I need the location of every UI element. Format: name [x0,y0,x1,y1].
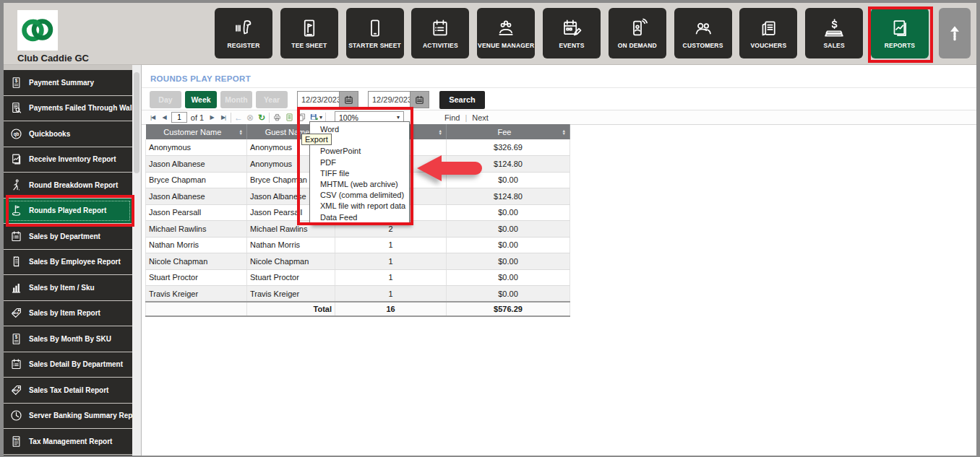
next-link[interactable]: Next [472,113,489,122]
chevron-down-icon [397,114,400,121]
export-menu-item[interactable]: PowerPoint [310,146,409,157]
sidebar-item-icon [9,178,23,192]
sidebar-item-icon [9,152,23,166]
total-empty-cell [146,302,247,316]
cell-customer-name: Jason Albanese [146,156,247,173]
sidebar-report-item[interactable]: Sales By Employee Report [4,250,132,275]
sidebar-report-item[interactable]: Sales By Month By SKU [4,326,132,352]
print-layout-icon[interactable] [285,113,294,122]
table-row: Stuart Proctor Stuart Proctor 1 $0.00 [146,269,570,286]
column-header-label: Customer Name [163,128,221,136]
toolbar-divider [269,113,270,123]
module-button[interactable]: TEE SHEET [280,8,338,58]
sidebar-report-item[interactable]: Payments Failed Through Wallet [4,96,132,121]
page-title: ROUNDS PLAY REPORT [150,74,251,83]
date-from-input[interactable] [297,91,339,108]
sidebar-report-item[interactable]: Sales Tax Detail Report [4,378,132,403]
module-button[interactable]: REGISTER [215,8,272,58]
column-header[interactable]: Customer Name [146,124,247,139]
sort-icon[interactable] [239,129,243,135]
module-label: ACTIVITIES [423,42,458,49]
module-button[interactable]: EVENTS [543,8,601,58]
sidebar-report-item[interactable]: Sales by Item Report [4,301,132,326]
filter-bar: DayWeekMonthYear [150,90,485,109]
total-rounds-value: 16 [335,302,447,316]
sidebar-item-icon [9,101,23,115]
report-content: ROUNDS PLAY REPORT DayWeekMonthYear [141,65,976,456]
find-controls: Find | Next [444,113,489,122]
total-fee-value: $576.29 [447,302,570,316]
sidebar-report-item[interactable]: Sales Detail By Department [4,352,132,378]
collapse-toolbar-button[interactable] [939,8,971,58]
sidebar-report-item[interactable]: Round Breakdown Report [4,173,132,198]
cell-customer-name: Jason Pearsall [146,204,247,221]
module-button[interactable]: VENUE MANAGER [477,8,535,58]
period-button[interactable]: Week [185,91,217,108]
module-button[interactable]: SALES [805,8,863,58]
next-page-icon[interactable] [207,114,216,121]
search-button[interactable]: Search [439,91,485,109]
cell-fee: $124.80 [447,156,570,173]
module-button[interactable]: ON DEMAND [609,8,666,58]
stop-icon[interactable] [246,113,254,123]
sidebar-scrollbar[interactable] [132,65,141,456]
date-to-calendar-button[interactable] [410,91,429,108]
table-row: Nicole Chapman Nicole Chapman 1 $0.00 [146,253,570,270]
module-button[interactable]: STARTER SHEET [346,8,404,58]
print-icon[interactable] [272,113,282,122]
cell-customer-name: Anonymous [146,139,247,156]
export-menu-item[interactable]: XML file with report data [310,201,409,212]
period-button[interactable]: Day [150,91,181,108]
app-window: Club Caddie GC REGISTER TEE SHEET STARTE… [4,3,976,456]
export-menu-item[interactable]: Data Feed [310,212,409,223]
cell-fee: $0.00 [447,204,570,221]
refresh-icon[interactable] [257,113,266,123]
back-icon[interactable] [234,113,243,123]
cell-total-rounds: 1 [335,237,447,253]
page-setup-icon[interactable] [297,113,306,122]
period-button[interactable]: Month [220,91,252,108]
sidebar-scrollbar-thumb[interactable] [134,72,139,173]
date-from-calendar-button[interactable] [339,91,358,108]
top-bar: Club Caddie GC REGISTER TEE SHEET STARTE… [4,3,976,65]
sidebar-report-item[interactable]: Receive Inventory Report [4,147,132,173]
cell-customer-name: Michael Rawlins [146,221,247,238]
sidebar-report-item[interactable]: Tax Management Report [4,429,132,454]
find-link[interactable]: Find [444,113,460,122]
find-divider: | [465,113,467,122]
cell-total-rounds: 1 [335,286,447,303]
sidebar-report-item[interactable]: Quickbooks [4,121,132,147]
module-button[interactable]: CUSTOMERS [674,8,732,58]
date-to-input[interactable] [368,91,410,108]
sidebar-item-icon [9,306,23,320]
module-icon [757,17,779,39]
previous-page-icon[interactable] [160,114,168,121]
export-menu-item[interactable]: PDF [310,157,409,168]
sidebar-report-item[interactable]: Sales by Item / Sku [4,275,132,300]
module-label: VENUE MANAGER [478,42,534,49]
sidebar-item-label: Sales By Month By SKU [29,335,111,343]
sidebar-report-item[interactable]: Rounds Played Report [4,199,132,224]
module-button[interactable]: ACTIVITIES [411,8,469,58]
sidebar-report-item[interactable]: Sales by Department [4,224,132,249]
club-caddie-logo [17,10,58,51]
sort-icon[interactable] [562,129,566,135]
sidebar-report-item[interactable]: Server Banking Summary Report [4,404,132,429]
table-row: Nathan Morris Nathan Morris 1 $0.00 [146,237,570,253]
sidebar-report-item[interactable]: Payment Summary [4,70,132,95]
period-button[interactable]: Year [256,91,288,108]
page-number-input[interactable] [171,112,187,123]
last-page-icon[interactable] [219,114,228,121]
export-menu-item[interactable]: TIFF file [310,168,409,179]
sort-icon[interactable] [439,129,442,135]
toolbar-divider [231,113,231,123]
table-total-row: Total 16 $576.29 [146,302,570,316]
export-menu-item[interactable]: MHTML (web archive) [310,179,409,190]
module-icon [692,17,714,39]
column-header[interactable]: Fee [447,124,570,139]
first-page-icon[interactable] [148,114,157,121]
module-button[interactable]: VOUCHERS [739,8,797,58]
date-to-group [368,91,429,108]
export-menu-item[interactable]: CSV (comma delimited) [310,190,409,201]
module-button[interactable]: REPORTS [871,8,929,58]
